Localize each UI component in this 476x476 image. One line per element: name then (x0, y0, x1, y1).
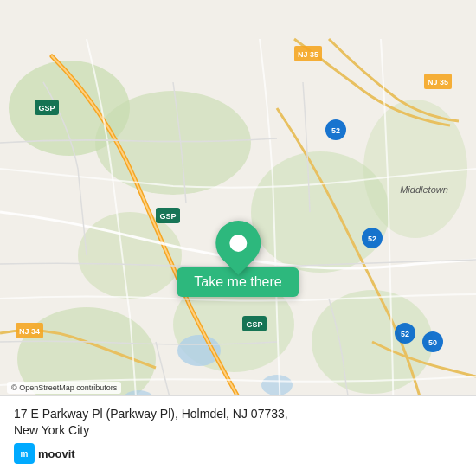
address-line2: New York City (14, 423, 89, 437)
svg-text:52: 52 (368, 235, 376, 243)
moovit-name: moovit (38, 447, 75, 460)
map-pin (206, 211, 270, 275)
take-me-there-button[interactable]: Take me there (177, 221, 299, 297)
svg-text:NJ 34: NJ 34 (19, 327, 40, 336)
info-card: 17 E Parkway Pl (Parkway Pl), Holmdel, N… (0, 395, 476, 476)
svg-text:52: 52 (331, 126, 340, 135)
moovit-letter: m (21, 449, 29, 459)
moovit-icon: m (14, 443, 35, 464)
address-line1: 17 E Parkway Pl (Parkway Pl), Holmdel, N… (14, 407, 288, 421)
pin-inner-circle (229, 235, 247, 252)
svg-text:GSP: GSP (159, 212, 176, 221)
svg-text:50: 50 (428, 338, 437, 347)
svg-text:NJ 35: NJ 35 (298, 50, 318, 59)
map-container: GSP GSP GSP NJ 35 NJ 35 52 52 52 NJ 34 5… (0, 0, 476, 476)
osm-credit-badge: © OpenStreetMap contributors (7, 382, 121, 394)
info-footer: m moovit (14, 443, 462, 464)
moovit-logo: m moovit (14, 443, 75, 464)
svg-text:Middletown: Middletown (400, 184, 448, 195)
osm-credit-text: © OpenStreetMap contributors (11, 383, 117, 392)
svg-text:GSP: GSP (246, 320, 262, 329)
address-text: 17 E Parkway Pl (Parkway Pl), Holmdel, N… (14, 406, 462, 440)
svg-text:GSP: GSP (38, 104, 55, 113)
svg-point-11 (261, 375, 293, 396)
svg-text:NJ 35: NJ 35 (428, 78, 448, 87)
svg-text:52: 52 (401, 330, 409, 338)
